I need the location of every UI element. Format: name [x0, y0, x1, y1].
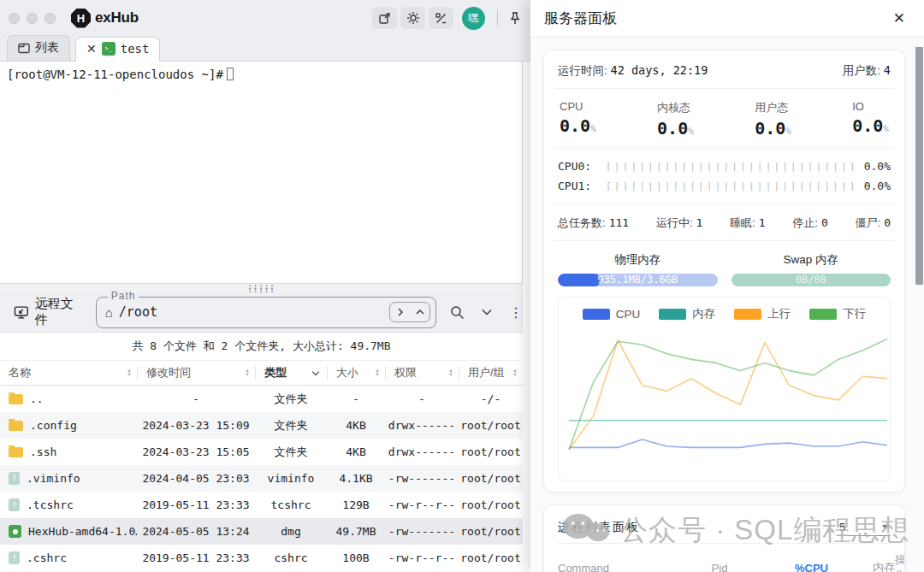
- file-type: 文件夹: [255, 418, 327, 433]
- tab-server-list[interactable]: 列表: [7, 35, 70, 61]
- col-cpu-sorted[interactable]: %CPU: [753, 562, 828, 572]
- cpu0-meter: CPU0: [||||||||||||||||||||||||||||] 0.0…: [558, 156, 891, 176]
- sort-desc-icon: [312, 368, 319, 374]
- window-controls[interactable]: [9, 13, 56, 24]
- close-panel-icon[interactable]: ✕: [888, 8, 910, 29]
- settings-button[interactable]: [400, 7, 425, 29]
- file-size: 4.1KB: [327, 472, 385, 485]
- column-header-perm[interactable]: 权限▲▼: [385, 366, 459, 380]
- tab-terminal-test[interactable]: ✕ >_ test: [75, 37, 160, 62]
- process-panel-title: 进程列表面板: [558, 520, 640, 535]
- file-mtime: 2024-03-23 15:09: [137, 419, 255, 432]
- col-pid[interactable]: Pid: [686, 562, 753, 572]
- main-window: H exHub 嘿: [0, 0, 530, 572]
- physical-memory: 物理内存 935.1MB/3.6GB: [558, 252, 718, 286]
- file-perm: -rw-r--r--: [385, 551, 459, 564]
- file-type: dmg: [255, 525, 327, 538]
- legend-upload[interactable]: 上行: [734, 306, 791, 321]
- user-avatar[interactable]: 嘿: [462, 7, 485, 30]
- legend-cpu[interactable]: CPU: [583, 306, 641, 321]
- path-input[interactable]: Path ⌂ /root: [96, 297, 436, 328]
- file-size: 100B: [327, 551, 385, 564]
- file-mtime: 2024-03-23 15:05: [137, 445, 255, 458]
- folder-icon: [9, 421, 23, 431]
- swap-memory: Swap 内存 0B/0B: [732, 252, 891, 286]
- stat-kernel: 内核态 0.0%: [657, 100, 694, 139]
- file-size: -: [327, 392, 385, 405]
- file-name: .viminfo: [27, 472, 80, 485]
- open-new-window-button[interactable]: [372, 7, 397, 29]
- folder-icon: [9, 447, 23, 457]
- file-row[interactable]: ?.cshrc 2019-05-11 23:33 cshrc 100B -rw-…: [0, 545, 523, 571]
- file-perm: -: [385, 392, 459, 405]
- legend-memory[interactable]: 内存: [659, 306, 715, 321]
- file-perm: -rw-------: [385, 472, 459, 485]
- terminal-icon: >_: [102, 42, 116, 56]
- close-tab-icon[interactable]: ✕: [86, 43, 97, 55]
- file-row[interactable]: .. - 文件夹 - - -/-: [0, 386, 523, 412]
- search-icon[interactable]: [450, 305, 465, 320]
- file-size: 4KB: [327, 445, 385, 458]
- col-command[interactable]: Command: [558, 562, 686, 572]
- file-mtime: 2019-05-11 23:33: [137, 551, 255, 564]
- minimize-window-button[interactable]: [27, 13, 38, 24]
- close-window-button[interactable]: [9, 13, 20, 24]
- path-go-button[interactable]: [390, 303, 410, 321]
- task-total: 总任务数:111: [558, 215, 629, 231]
- col-actions[interactable]: 操作: [895, 552, 905, 572]
- file-table: .. - 文件夹 - - -/- .config 2024-03-23 15:0…: [0, 386, 523, 572]
- file-type: viminfo: [255, 472, 327, 485]
- file-row[interactable]: ?.tcshrc 2019-05-11 23:33 tcshrc 129B -r…: [0, 492, 523, 518]
- input-mode-button[interactable]: [429, 7, 453, 29]
- legend-swatch: [734, 309, 761, 320]
- stat-cpu: CPU 0.0%: [560, 100, 596, 139]
- column-header-mtime[interactable]: 修改时间▲▼: [137, 366, 255, 380]
- legend-download[interactable]: 下行: [809, 306, 866, 321]
- path-value: /root: [119, 304, 389, 320]
- file-row[interactable]: ?.viminfo 2024-04-05 23:03 viminfo 4.1KB…: [0, 465, 523, 492]
- zoom-window-button[interactable]: [44, 13, 56, 24]
- stat-io: IO 0.0%: [852, 100, 889, 139]
- drag-handle-icon: ::::::::::: [247, 285, 275, 292]
- app-file-icon: [9, 525, 21, 538]
- path-input-label: Path: [108, 290, 139, 302]
- gear-icon: [406, 11, 420, 25]
- file-row-selected[interactable]: HexHub-amd64-1.0… 2024-05-05 13:24 dmg 4…: [0, 518, 523, 545]
- more-options-icon[interactable]: ⋮: [509, 304, 523, 321]
- file-row[interactable]: .ssh 2024-03-23 15:05 文件夹 4KB drwx------…: [0, 439, 523, 465]
- window-icon: [18, 43, 30, 54]
- file-owner: root/root: [459, 498, 523, 511]
- page-size-select[interactable]: 5: [838, 519, 891, 536]
- usage-chart: [562, 328, 894, 457]
- file-size: 4KB: [327, 419, 385, 432]
- file-owner: root/root: [459, 445, 523, 458]
- file-type: 文件夹: [255, 392, 327, 407]
- file-name: .tcshrc: [27, 498, 74, 511]
- file-mtime: 2024-05-05 13:24: [137, 525, 255, 538]
- column-header-type[interactable]: 类型: [255, 366, 327, 380]
- column-header-name[interactable]: 名称▲▼: [0, 366, 137, 380]
- path-up-button[interactable]: [410, 303, 429, 321]
- sort-icon: ▲▼: [512, 369, 518, 376]
- chart-legend: CPU 内存 上行 下行: [562, 306, 886, 321]
- app-title: exHub: [95, 9, 139, 27]
- chevron-down-icon[interactable]: [482, 309, 492, 315]
- server-panel-header: 服务器面板 ✕: [530, 0, 924, 38]
- column-header-owner[interactable]: 用户/组▲▼: [459, 366, 523, 380]
- pin-panel-button[interactable]: [508, 11, 522, 26]
- file-owner: root/root: [459, 525, 523, 538]
- file-icon: ?: [9, 498, 20, 511]
- scrollbar-thumb[interactable]: [915, 47, 923, 285]
- file-row[interactable]: .config 2024-03-23 15:09 文件夹 4KB drwx---…: [0, 412, 523, 439]
- toolbar-divider: [497, 9, 498, 27]
- terminal-area[interactable]: [root@VM-12-11-opencloudos ~]#: [0, 62, 523, 283]
- user-count: 用户数: 4: [843, 63, 891, 79]
- cpu-stats: CPU 0.0% 内核态 0.0% 用户态 0.0% IO 0.0%: [558, 97, 891, 140]
- column-header-size[interactable]: 大小▲▼: [327, 366, 385, 380]
- col-memory[interactable]: 内存: [828, 560, 895, 572]
- file-icon: ?: [9, 472, 20, 485]
- tab-bar: 列表 ✕ >_ test: [0, 36, 530, 62]
- task-running: 运行中:1: [656, 215, 702, 231]
- panel-splitter[interactable]: ::::::::::: [0, 283, 523, 292]
- legend-swatch: [809, 309, 837, 320]
